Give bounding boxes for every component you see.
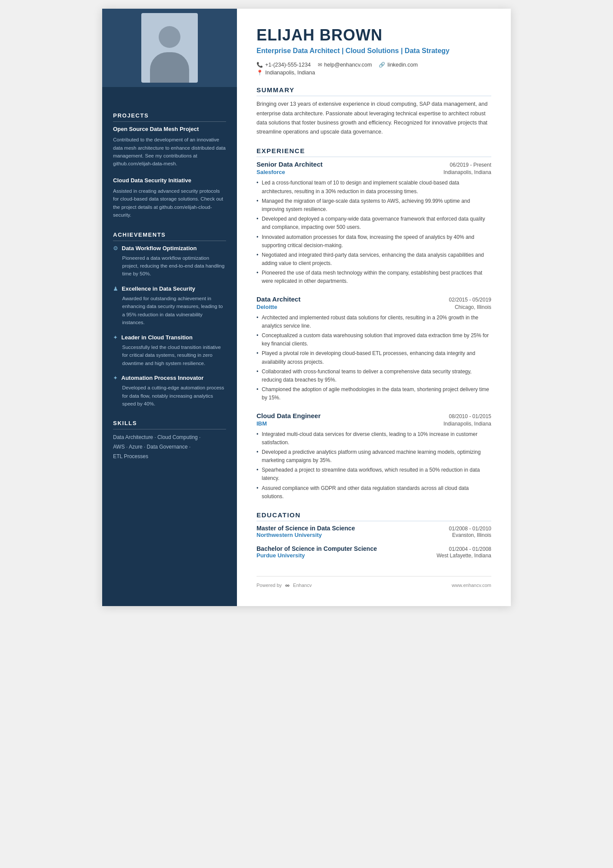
- achievement-4-icon: ✦: [113, 375, 118, 381]
- exp-item-2: Data Architect 02/2015 - 05/2019 Deloitt…: [257, 295, 491, 402]
- exp-2-bullet-1: Architected and implemented robust data …: [257, 314, 491, 330]
- exp-3-bullet-4: Assured compliance with GDPR and other d…: [257, 484, 491, 501]
- edu-item-2: Bachelor of Science in Computer Science …: [257, 545, 491, 559]
- resume-container: PROJECTS Open Source Data Mesh Project C…: [102, 9, 511, 606]
- exp-1-location: Indianapolis, Indiana: [443, 169, 491, 175]
- sidebar-content: PROJECTS Open Source Data Mesh Project C…: [102, 87, 237, 461]
- exp-3-role: Cloud Data Engineer: [257, 412, 321, 419]
- exp-2-bullet-5: Championed the adoption of agile methodo…: [257, 385, 491, 402]
- achievement-4-title: Automation Process Innovator: [121, 374, 203, 382]
- email-icon: ✉: [318, 62, 322, 68]
- exp-2-bullet-2: Conceptualized a custom data warehousing…: [257, 332, 491, 348]
- skill-1: Data Architecture · Cloud Computing ·: [113, 434, 200, 440]
- achievement-4-desc: Developed a cutting-edge automation proc…: [113, 384, 226, 408]
- projects-section-title: PROJECTS: [113, 112, 226, 122]
- exp-1-bullet-5: Negotiated and integrated third-party da…: [257, 251, 491, 268]
- edu-1-location: Evanston, Illinois: [452, 532, 491, 538]
- achievement-4-header: ✦ Automation Process Innovator: [113, 374, 226, 382]
- location-text: Indianapolis, Indiana: [265, 70, 315, 76]
- avatar-body: [150, 52, 189, 83]
- summary-section-title: SUMMARY: [257, 86, 491, 96]
- achievement-1-title: Data Workflow Optimization: [122, 245, 197, 252]
- project-item-2: Cloud Data Security Initiative Assisted …: [113, 177, 226, 219]
- project-2-desc: Assisted in creating advanced security p…: [113, 187, 226, 219]
- edu-2-header: Bachelor of Science in Computer Science …: [257, 545, 491, 552]
- achievement-3-title: Leader in Cloud Transition: [121, 334, 193, 342]
- exp-1-bullet-3: Developed and deployed a company-wide da…: [257, 215, 491, 231]
- exp-3-bullet-2: Developed a predictive analytics platfor…: [257, 448, 491, 465]
- exp-3-sub: IBM Indianapolis, Indiana: [257, 420, 491, 427]
- edu-1-school: Northwestern University: [257, 532, 322, 538]
- exp-2-bullet-3: Played a pivotal role in developing clou…: [257, 349, 491, 366]
- exp-3-location: Indianapolis, Indiana: [443, 421, 491, 427]
- project-2-title: Cloud Data Security Initiative: [113, 177, 226, 184]
- location-icon: 📍: [257, 70, 263, 76]
- edu-1-sub: Northwestern University Evanston, Illino…: [257, 532, 491, 538]
- exp-2-role: Data Architect: [257, 295, 300, 303]
- exp-1-bullet-6: Pioneered the use of data mesh technolog…: [257, 269, 491, 285]
- edu-1-header: Master of Science in Data Science 01/200…: [257, 525, 491, 532]
- phone-text: +1-(234)-555-1234: [265, 62, 311, 68]
- exp-3-header: Cloud Data Engineer 08/2010 - 01/2015: [257, 412, 491, 419]
- achievement-3-desc: Successfully led the cloud transition in…: [113, 343, 226, 367]
- contact-line-1: 📞 +1-(234)-555-1234 ✉ help@enhancv.com 🔗…: [257, 62, 491, 68]
- footer-website: www.enhancv.com: [452, 583, 491, 588]
- avatar: [141, 13, 198, 83]
- brand-name: Enhancv: [293, 583, 312, 588]
- exp-2-bullet-4: Collaborated with cross-functional teams…: [257, 368, 491, 384]
- achievement-item-4: ✦ Automation Process Innovator Developed…: [113, 374, 226, 408]
- powered-by-text: Powered by: [257, 583, 282, 588]
- person-name: ELIJAH BROWN: [257, 26, 491, 44]
- edu-item-1: Master of Science in Data Science 01/200…: [257, 525, 491, 538]
- exp-1-bullet-4: Innovated automation processes for data …: [257, 233, 491, 250]
- exp-3-bullet-1: Integrated multi-cloud data services for…: [257, 430, 491, 447]
- link-icon: 🔗: [379, 62, 385, 68]
- main-content: ELIJAH BROWN Enterprise Data Architect |…: [237, 9, 511, 606]
- achievement-item-2: ♟ Excellence in Data Security Awarded fo…: [113, 285, 226, 327]
- exp-2-location: Chicago, Illinois: [455, 304, 491, 310]
- achievement-2-header: ♟ Excellence in Data Security: [113, 285, 226, 293]
- edu-2-dates: 01/2004 - 01/2008: [449, 546, 491, 552]
- footer-left: Powered by ∞ Enhancv: [257, 582, 312, 589]
- edu-2-school: Purdue University: [257, 552, 305, 559]
- exp-item-1: Senior Data Architect 06/2019 - Present …: [257, 161, 491, 285]
- exp-3-dates: 08/2010 - 01/2015: [449, 413, 491, 419]
- exp-2-company: Deloitte: [257, 304, 277, 310]
- exp-1-header: Senior Data Architect 06/2019 - Present: [257, 161, 491, 168]
- exp-3-bullet-3: Spearheaded a project to streamline data…: [257, 466, 491, 483]
- achievement-1-header: ⚙ Data Workflow Optimization: [113, 245, 226, 252]
- exp-1-company: Salesforce: [257, 169, 285, 175]
- contact-website: 🔗 linkedin.com: [379, 62, 417, 68]
- edu-1-degree: Master of Science in Data Science: [257, 525, 355, 532]
- education-section-title: EDUCATION: [257, 511, 491, 521]
- summary-text: Bringing over 13 years of extensive expe…: [257, 100, 491, 137]
- avatar-section: [102, 9, 237, 87]
- exp-2-header: Data Architect 02/2015 - 05/2019: [257, 295, 491, 303]
- sidebar: PROJECTS Open Source Data Mesh Project C…: [102, 9, 237, 606]
- exp-2-dates: 02/2015 - 05/2019: [449, 297, 491, 303]
- exp-1-role: Senior Data Architect: [257, 161, 323, 168]
- skills-section-title: SKILLS: [113, 420, 226, 429]
- exp-1-bullet-1: Led a cross-functional team of 10 to des…: [257, 179, 491, 195]
- enhancv-logo: ∞: [285, 582, 290, 589]
- achievement-3-icon: ✦: [113, 334, 118, 341]
- experience-section-title: EXPERIENCE: [257, 147, 491, 157]
- achievement-1-desc: Pioneered a data workflow optimization p…: [113, 254, 226, 278]
- skills-list: Data Architecture · Cloud Computing · AW…: [113, 433, 226, 461]
- achievement-item-3: ✦ Leader in Cloud Transition Successfull…: [113, 334, 226, 367]
- email-text: help@enhancv.com: [324, 62, 372, 68]
- achievement-2-icon: ♟: [113, 285, 118, 292]
- exp-1-bullets: Led a cross-functional team of 10 to des…: [257, 179, 491, 285]
- exp-1-bullet-2: Managed the migration of large-scale dat…: [257, 197, 491, 214]
- edu-2-degree: Bachelor of Science in Computer Science: [257, 545, 377, 552]
- exp-2-sub: Deloitte Chicago, Illinois: [257, 304, 491, 310]
- exp-1-sub: Salesforce Indianapolis, Indiana: [257, 169, 491, 175]
- footer: Powered by ∞ Enhancv www.enhancv.com: [257, 576, 491, 589]
- achievement-1-icon: ⚙: [113, 245, 118, 251]
- achievement-2-desc: Awarded for outstanding achievement in e…: [113, 295, 226, 327]
- skill-3: ETL Processes: [113, 453, 148, 459]
- edu-2-sub: Purdue University West Lafayette, Indian…: [257, 552, 491, 559]
- edu-2-location: West Lafayette, Indiana: [436, 553, 491, 559]
- project-1-desc: Contributed to the development of an inn…: [113, 136, 226, 168]
- project-1-title: Open Source Data Mesh Project: [113, 125, 226, 133]
